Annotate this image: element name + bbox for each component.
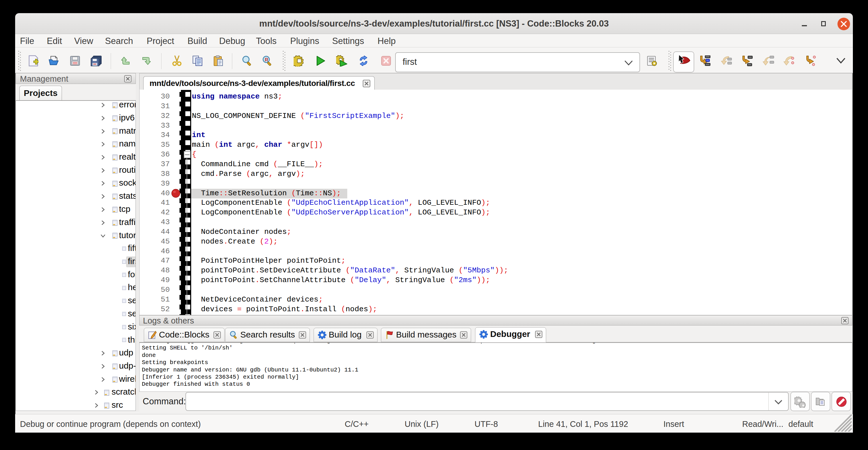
svg-text:R: R (265, 57, 268, 63)
